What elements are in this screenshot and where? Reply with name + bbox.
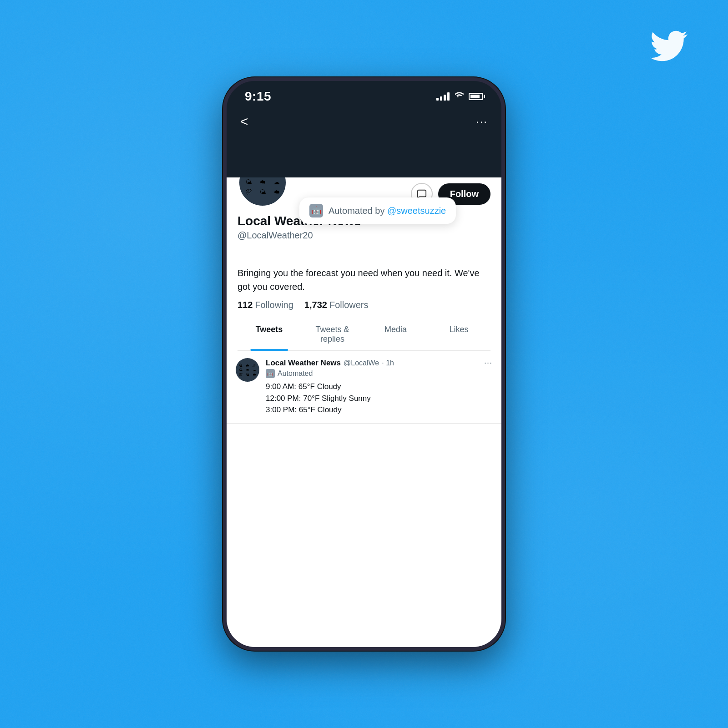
followers-label: Followers bbox=[329, 300, 369, 310]
followers-stat[interactable]: 1,732 Followers bbox=[304, 300, 369, 310]
tab-tweets[interactable]: Tweets bbox=[238, 318, 301, 350]
automated-link[interactable]: @sweetsuzzie bbox=[387, 206, 446, 216]
tweet-time: · 1h bbox=[382, 359, 394, 367]
tweet-header: Local Weather News @LocalWe · 1h ··· bbox=[266, 358, 492, 368]
profile-content: 🌤 🌧 ⛈ 🌤 🌧 ☁ ⛈ 🌤 🌧 bbox=[227, 177, 501, 647]
tweet-author-name: Local Weather News bbox=[266, 359, 341, 368]
back-button[interactable]: < bbox=[240, 115, 248, 128]
tweet-author-handle: @LocalWe bbox=[344, 359, 379, 367]
wifi-icon bbox=[454, 91, 464, 102]
following-count: 112 bbox=[238, 300, 253, 310]
tweet-automated-label: Automated bbox=[278, 369, 313, 378]
phone-frame: 9:15 bbox=[223, 77, 505, 651]
twitter-logo-background bbox=[646, 27, 692, 66]
status-bar: 9:15 bbox=[227, 81, 501, 108]
tab-tweets-replies[interactable]: Tweets & replies bbox=[301, 318, 364, 350]
signal-bars-icon bbox=[436, 92, 450, 101]
bio: Bringing you the forecast you need when … bbox=[238, 266, 490, 293]
stats-row: 112 Following 1,732 Followers bbox=[238, 300, 490, 310]
following-stat[interactable]: 112 Following bbox=[238, 300, 293, 310]
following-label: Following bbox=[255, 300, 293, 310]
avatar: 🌤 🌧 ⛈ 🌤 🌧 ☁ ⛈ 🌤 🌧 bbox=[238, 177, 288, 207]
tweet-item: 🌤 🌧 ⛈ 🌤 🌧 ☁ ⛈ 🌤 🌧 Local Weather News bbox=[227, 351, 501, 424]
tab-likes[interactable]: Likes bbox=[427, 318, 490, 350]
username: @LocalWeather20 bbox=[238, 230, 490, 241]
tweet-robot-icon: 🤖 bbox=[266, 369, 275, 378]
twitter-bird-icon bbox=[646, 27, 692, 65]
tabs-row: Tweets Tweets & replies Media Likes bbox=[238, 318, 490, 351]
profile-top: 🌤 🌧 ⛈ 🌤 🌧 ☁ ⛈ 🌤 🌧 bbox=[227, 177, 501, 351]
status-icons bbox=[436, 91, 483, 102]
tweet-text: 9:00 AM: 65°F Cloudy 12:00 PM: 70°F Slig… bbox=[266, 381, 492, 416]
automated-text: Automated by @sweetsuzzie bbox=[329, 206, 446, 216]
tweet-avatar: 🌤 🌧 ⛈ 🌤 🌧 ☁ ⛈ 🌤 🌧 bbox=[236, 358, 259, 382]
profile-header-banner bbox=[227, 136, 501, 177]
nav-bar: < ··· bbox=[227, 108, 501, 136]
tweet-content: Local Weather News @LocalWe · 1h ··· 🤖 A… bbox=[266, 358, 492, 416]
phone-mockup: 9:15 bbox=[223, 77, 505, 651]
more-options-button[interactable]: ··· bbox=[476, 115, 488, 128]
status-time: 9:15 bbox=[245, 89, 271, 104]
tweet-more-button[interactable]: ··· bbox=[484, 358, 492, 368]
tab-media[interactable]: Media bbox=[364, 318, 427, 350]
tweet-automated-badge: 🤖 Automated bbox=[266, 369, 492, 378]
battery-icon bbox=[469, 93, 483, 100]
automated-tooltip: 🤖 Automated by @sweetsuzzie bbox=[299, 197, 456, 224]
robot-icon: 🤖 bbox=[309, 204, 323, 217]
followers-count: 1,732 bbox=[304, 300, 327, 310]
svg-point-0 bbox=[457, 96, 459, 97]
